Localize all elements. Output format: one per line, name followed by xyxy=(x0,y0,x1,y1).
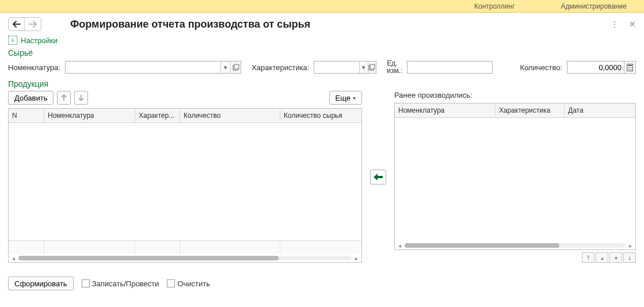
svg-point-7 xyxy=(630,67,631,68)
add-button[interactable]: Добавить xyxy=(8,91,54,105)
characteristic-label: Характеристика: xyxy=(251,63,309,72)
nomenclature-label: Номенклатура: xyxy=(8,63,60,72)
col-n[interactable]: N xyxy=(9,109,44,122)
svg-rect-3 xyxy=(370,64,375,69)
checkbox-icon[interactable] xyxy=(167,279,175,287)
hist-col-nomenclature[interactable]: Номенклатура xyxy=(395,103,496,117)
settings-link-label: Настройки xyxy=(21,36,58,45)
history-table-body[interactable] xyxy=(395,118,635,241)
svg-point-10 xyxy=(630,69,631,70)
nomenclature-dropdown-icon[interactable]: ▾ xyxy=(220,62,231,73)
quantity-input[interactable] xyxy=(567,61,624,74)
section-product: Продукция xyxy=(8,79,636,89)
more-button[interactable]: Еще xyxy=(329,91,362,105)
open-in-window-icon xyxy=(233,64,239,71)
settings-toggle[interactable]: › Настройки xyxy=(8,36,636,45)
tab-controlling[interactable]: Контроллинг xyxy=(474,2,515,10)
svg-rect-5 xyxy=(628,65,632,66)
kebab-menu-icon[interactable]: ⋮ xyxy=(611,20,619,29)
page-title: Формирование отчета производства от сырь… xyxy=(70,18,310,30)
sort-bottom-icon[interactable]: ⤓ xyxy=(623,252,636,263)
sort-top-icon[interactable]: ⤒ xyxy=(582,252,595,263)
svg-point-6 xyxy=(628,67,629,68)
close-icon[interactable]: ✕ xyxy=(629,20,636,29)
unit-label: Ед. изм.: xyxy=(387,60,402,75)
svg-point-9 xyxy=(628,69,629,70)
scroll-left-icon[interactable]: ◂ xyxy=(11,255,16,262)
move-down-button[interactable] xyxy=(74,91,88,105)
transfer-left-button[interactable] xyxy=(370,170,386,185)
unit-input[interactable] xyxy=(407,62,491,73)
col-quantity[interactable]: Количество xyxy=(180,109,280,122)
sort-buttons: ⤒ ▴ ▾ ⤓ xyxy=(394,252,636,263)
svg-rect-1 xyxy=(234,64,239,69)
svg-point-11 xyxy=(631,69,632,70)
write-post-label: Записать/Провести xyxy=(92,279,159,288)
history-table-header: Номенклатура Характеристика Дата xyxy=(395,103,635,118)
products-table-footer xyxy=(9,240,361,254)
sort-up-icon[interactable]: ▴ xyxy=(596,252,608,263)
section-raw: Сырьё xyxy=(8,48,636,57)
scroll-left-icon[interactable]: ◂ xyxy=(397,243,402,249)
arrow-right-icon xyxy=(29,21,37,28)
characteristic-open-icon[interactable] xyxy=(368,62,376,73)
scroll-right-icon[interactable]: ▸ xyxy=(354,255,359,262)
tab-admin[interactable]: Администрирование xyxy=(561,2,627,10)
history-scrollbar[interactable]: ◂ ▸ xyxy=(395,241,635,250)
unit-combo[interactable] xyxy=(407,61,492,74)
arrow-down-icon xyxy=(78,94,84,101)
top-tabs: Контроллинг Администрирование xyxy=(0,0,644,13)
generate-button[interactable]: Сформировать xyxy=(8,277,74,290)
nomenclature-input[interactable] xyxy=(66,62,220,73)
clear-label: Очистить xyxy=(177,279,210,288)
previously-produced-label: Ранее производились: xyxy=(394,91,636,99)
write-post-checkbox[interactable]: Записать/Провести xyxy=(82,279,159,288)
nav-buttons xyxy=(8,17,41,31)
chevron-right-icon: › xyxy=(8,36,17,45)
nomenclature-combo[interactable]: ▾ xyxy=(65,61,241,74)
products-table[interactable]: N Номенклатура Характер... Количество Ко… xyxy=(8,108,362,263)
checkbox-icon[interactable] xyxy=(82,279,90,287)
open-in-window-icon xyxy=(368,64,375,71)
characteristic-input[interactable] xyxy=(314,62,359,73)
forward-button[interactable] xyxy=(25,18,41,30)
calculator-icon-svg xyxy=(627,64,633,71)
history-table[interactable]: Номенклатура Характеристика Дата ◂ ▸ xyxy=(394,103,636,250)
clear-checkbox[interactable]: Очистить xyxy=(167,279,210,288)
hist-col-characteristic[interactable]: Характеристика xyxy=(496,103,565,117)
svg-point-8 xyxy=(631,67,632,68)
arrow-left-bold-icon xyxy=(373,173,383,181)
products-table-body[interactable] xyxy=(9,123,361,240)
sort-down-icon[interactable]: ▾ xyxy=(609,252,622,263)
calculator-icon[interactable] xyxy=(624,61,636,74)
products-table-header: N Номенклатура Характер... Количество Ко… xyxy=(9,109,361,123)
arrow-up-icon xyxy=(61,94,67,101)
products-scrollbar[interactable]: ◂ ▸ xyxy=(9,254,361,262)
col-quantity-raw[interactable]: Количество сырья xyxy=(280,109,361,122)
col-nomenclature[interactable]: Номенклатура xyxy=(44,109,135,122)
move-up-button[interactable] xyxy=(57,91,71,105)
col-characteristic[interactable]: Характер... xyxy=(135,109,180,122)
header-bar: Формирование отчета производства от сырь… xyxy=(0,13,644,34)
hist-col-date[interactable]: Дата xyxy=(565,103,635,117)
back-button[interactable] xyxy=(9,18,25,30)
characteristic-combo[interactable]: ▾ xyxy=(314,61,376,74)
quantity-label: Количество: xyxy=(520,63,562,72)
characteristic-dropdown-icon[interactable]: ▾ xyxy=(359,62,367,73)
nomenclature-open-icon[interactable] xyxy=(230,62,241,73)
arrow-left-icon xyxy=(13,21,21,28)
scroll-right-icon[interactable]: ▸ xyxy=(628,243,633,249)
